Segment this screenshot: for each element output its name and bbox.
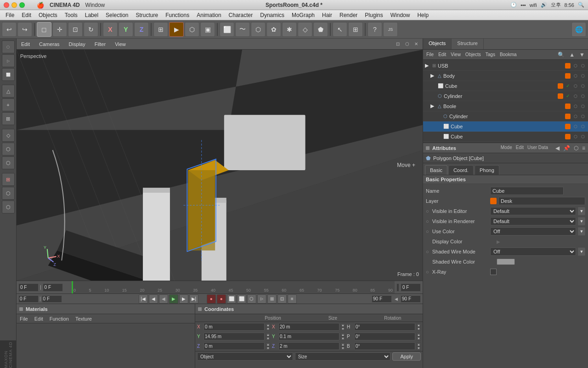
use-color-arrow[interactable]: ▼ xyxy=(578,227,585,236)
obj-color-body[interactable] xyxy=(565,73,571,79)
polys-mode-btn[interactable]: ⬜ xyxy=(2,68,15,81)
obj-color-cube2[interactable] xyxy=(565,124,571,129)
menu-selection[interactable]: Selection xyxy=(102,11,132,19)
rot-b-up[interactable]: ▲ xyxy=(417,343,421,346)
current-frame[interactable]: 0 F xyxy=(43,283,63,292)
goto-end-btn[interactable]: ▶| xyxy=(189,294,198,304)
z-axis-button[interactable]: Z xyxy=(134,22,149,37)
current-time[interactable]: 0 F xyxy=(42,295,62,303)
mac-window-buttons[interactable] xyxy=(4,2,25,8)
tab-phong[interactable]: Phong xyxy=(475,165,499,175)
x-axis-button[interactable]: X xyxy=(103,22,118,37)
timeline-track[interactable]: 0 5 10 15 20 25 30 35 40 45 50 55 xyxy=(72,281,395,293)
record-key-btn[interactable]: ⬜ xyxy=(237,294,246,304)
size-y-up[interactable]: ▲ xyxy=(341,333,345,337)
mode-button[interactable]: 🌐 xyxy=(571,22,586,37)
prev-frame-btn[interactable]: ◀ xyxy=(149,294,158,304)
edges-mode-btn[interactable]: ▷ xyxy=(2,54,15,67)
obj-color-usb[interactable] xyxy=(565,63,571,69)
snap-btn[interactable]: △ xyxy=(2,85,15,98)
viewport-menu-view[interactable]: View xyxy=(113,40,128,48)
viewport-menu-filter[interactable]: Filter xyxy=(93,40,107,48)
select-contour-button[interactable]: ◇ xyxy=(298,22,312,37)
y-axis-button[interactable]: Y xyxy=(119,22,133,37)
apple-menu[interactable]: 🍎 xyxy=(37,2,44,9)
obj-edit-menu[interactable]: Edit xyxy=(437,52,447,58)
menu-hair[interactable]: Hair xyxy=(318,11,336,19)
shaded-wire-color-swatch[interactable] xyxy=(497,259,515,265)
playback-speed-btn[interactable]: ▷ xyxy=(257,294,266,304)
attr-expand[interactable]: ⬡ xyxy=(574,145,578,151)
vis-renderer-select[interactable]: Default On Off xyxy=(490,217,576,225)
obj-view-menu[interactable]: View xyxy=(449,52,462,58)
attr-mode[interactable]: Mode xyxy=(501,145,512,151)
viewport-icon-2[interactable]: ⬡ xyxy=(403,40,411,48)
pos-y-dn[interactable]: ▼ xyxy=(266,337,270,340)
spline-button[interactable]: 〜 xyxy=(235,22,250,37)
magnet-btn[interactable]: ⊞ xyxy=(2,173,15,186)
obj-color-cyl1[interactable] xyxy=(558,93,563,99)
render-button[interactable]: ▶ xyxy=(169,22,184,37)
scheme-btn[interactable]: ⊡ xyxy=(277,294,287,304)
align-btn[interactable]: ⬡ xyxy=(2,201,15,213)
record-all-btn[interactable]: ⬜ xyxy=(227,294,236,304)
menu-functions[interactable]: Functions xyxy=(162,11,193,19)
extrude-btn[interactable]: ⬡ xyxy=(2,156,15,169)
menu-objects[interactable]: Objects xyxy=(35,11,61,19)
objects-list[interactable]: ▶ ⊞ USB ⬡ ⬡ ▶ △ Body ⬡ ⬡ xyxy=(423,60,588,143)
viewport-menu-display[interactable]: Display xyxy=(67,40,87,48)
mat-menu-file[interactable]: File xyxy=(18,316,29,322)
use-color-select[interactable]: Off On Layer xyxy=(490,227,576,236)
mirror-btn[interactable]: ⬡ xyxy=(2,187,15,200)
viewport-icon-3[interactable]: ✕ xyxy=(413,40,420,48)
coord-size-select[interactable]: Size Scale xyxy=(295,352,391,361)
name-input[interactable] xyxy=(490,187,564,195)
tab-structure[interactable]: Structure xyxy=(452,39,484,49)
script-button[interactable]: JS xyxy=(383,22,398,37)
xray-checkbox[interactable] xyxy=(490,269,497,275)
timeline-btn[interactable]: ⊞ xyxy=(267,294,277,304)
goto-start-btn[interactable]: |◀ xyxy=(139,294,148,304)
pos-y-input[interactable] xyxy=(204,333,265,340)
menu-structure[interactable]: Structure xyxy=(132,11,162,19)
tab-objects[interactable]: Objects xyxy=(423,39,452,49)
size-x-dn[interactable]: ▼ xyxy=(341,327,345,331)
loop-btn[interactable]: ⬡ xyxy=(2,143,15,155)
shaded-wire-mode-arrow[interactable]: ▼ xyxy=(578,247,585,256)
vis-renderer-arrow[interactable]: ▼ xyxy=(578,217,585,225)
rot-h-up[interactable]: ▲ xyxy=(417,323,421,327)
menu-render[interactable]: Render xyxy=(336,11,361,19)
rot-h-dn[interactable]: ▼ xyxy=(417,327,421,331)
menu-character[interactable]: Character xyxy=(225,11,257,19)
obj-color-boole[interactable] xyxy=(565,104,571,109)
tab-coord[interactable]: Coord. xyxy=(448,165,474,175)
pos-z-input[interactable] xyxy=(204,342,265,350)
obj-color-cyl2[interactable] xyxy=(565,114,571,119)
obj-nav-dn[interactable]: ▼ xyxy=(578,52,586,58)
obj-objects-menu[interactable]: Objects xyxy=(464,52,482,58)
obj-item-boole[interactable]: ▶ △ Boole ⬡ ⬡ xyxy=(423,101,588,111)
undo-button[interactable]: ↩ xyxy=(2,22,17,37)
rotate-tool-button[interactable]: ↻ xyxy=(84,22,98,37)
max-frame-field[interactable]: 90 F xyxy=(401,295,421,303)
play-btn[interactable]: ▶ xyxy=(169,294,178,304)
pos-x-dn[interactable]: ▼ xyxy=(266,327,270,331)
nurbs-button[interactable]: ⬡ xyxy=(251,22,266,37)
size-x-up[interactable]: ▲ xyxy=(341,323,345,327)
minimize-button[interactable] xyxy=(11,2,17,8)
rot-p-input[interactable] xyxy=(354,333,415,340)
menu-window[interactable]: Window xyxy=(387,11,414,19)
more-btn[interactable]: ≡ xyxy=(288,294,297,304)
live-selection-button[interactable]: ◻ xyxy=(37,22,51,37)
close-button[interactable] xyxy=(4,2,9,8)
size-z-input[interactable] xyxy=(278,342,339,350)
mat-menu-texture[interactable]: Texture xyxy=(74,316,93,322)
rot-b-dn[interactable]: ▼ xyxy=(417,346,421,350)
viewport-menu-cameras[interactable]: Cameras xyxy=(37,40,62,48)
redo-button[interactable]: ↪ xyxy=(17,22,32,37)
end-frame-field[interactable]: 90 F xyxy=(372,295,392,303)
record-btn[interactable]: ● xyxy=(207,294,216,304)
menu-mograph[interactable]: MoGraph xyxy=(288,11,318,19)
frame-all-button[interactable]: ⊞ xyxy=(153,22,168,37)
obj-item-cube2[interactable]: ▶ ⬜ Cube ⬡ ⬡ xyxy=(423,121,588,132)
